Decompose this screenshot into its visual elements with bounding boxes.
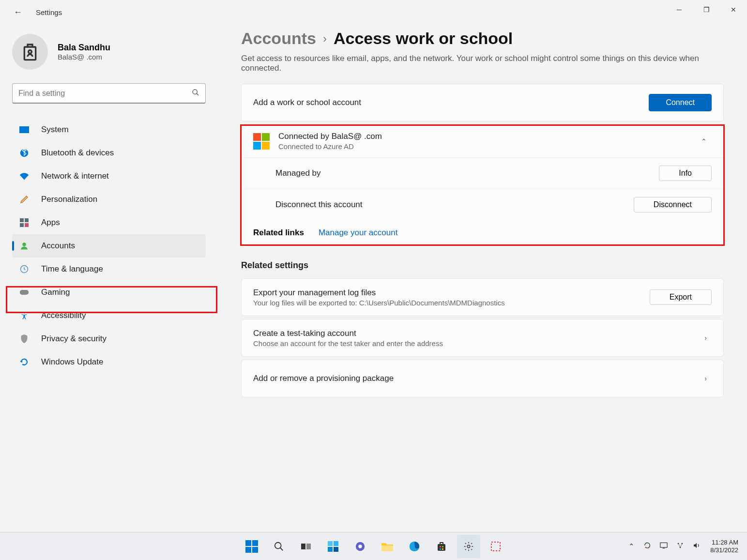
export-subtitle: Your log files will be exported to: C:\U…	[253, 299, 505, 307]
chevron-right-icon: ›	[700, 372, 712, 385]
provisioning-card[interactable]: Add or remove a provisioning package ›	[241, 360, 724, 397]
svg-rect-7	[25, 218, 29, 222]
sidebar-item-update[interactable]: Windows Update	[12, 350, 206, 374]
breadcrumb: Accounts › Access work or school	[241, 29, 724, 48]
apps-icon	[19, 217, 30, 228]
taskbar-search-icon[interactable]	[267, 535, 290, 558]
settings-icon[interactable]	[457, 535, 480, 558]
sidebar-item-system[interactable]: System	[12, 118, 206, 141]
minimize-button[interactable]: ─	[666, 0, 693, 19]
edge-icon[interactable]	[403, 535, 426, 558]
svg-rect-31	[442, 548, 443, 550]
svg-rect-30	[440, 548, 441, 550]
search-box[interactable]	[12, 83, 206, 104]
taskbar-clock[interactable]: 11:28 AM 8/31/2022	[706, 539, 742, 554]
export-title: Export your management log files	[253, 288, 505, 298]
svg-point-2	[193, 90, 197, 94]
tray-chevron-icon[interactable]: ⌃	[625, 540, 638, 553]
store-icon[interactable]	[430, 535, 453, 558]
svg-rect-35	[660, 543, 667, 547]
gamepad-icon	[19, 287, 30, 298]
person-icon	[19, 241, 30, 251]
svg-rect-12	[20, 290, 29, 295]
chevron-up-icon[interactable]: ⌃	[696, 135, 712, 148]
svg-point-1	[29, 50, 32, 54]
close-button[interactable]: ✕	[720, 0, 747, 19]
sidebar-item-accounts[interactable]: Accounts	[12, 234, 206, 257]
test-account-title: Create a test-taking account	[253, 329, 443, 338]
start-button[interactable]	[240, 535, 263, 558]
svg-point-14	[274, 542, 281, 548]
provisioning-title: Add or remove a provisioning package	[253, 374, 394, 383]
svg-point-32	[467, 545, 470, 548]
managed-by-label: Managed by	[275, 168, 321, 178]
nav-list: System Bluetooth & devices Network & int…	[12, 118, 206, 374]
sidebar-item-bluetooth[interactable]: Bluetooth & devices	[12, 141, 206, 165]
system-icon	[19, 124, 30, 135]
test-account-card[interactable]: Create a test-taking account Choose an a…	[241, 319, 724, 357]
breadcrumb-root[interactable]: Accounts	[241, 29, 316, 48]
accessibility-icon	[19, 310, 30, 321]
svg-rect-33	[491, 542, 500, 551]
export-button[interactable]: Export	[650, 289, 712, 305]
sidebar-item-personalization[interactable]: Personalization	[12, 188, 206, 211]
back-button[interactable]: ←	[10, 5, 26, 19]
main-content: Accounts › Access work or school Get acc…	[218, 24, 747, 522]
page-title: Access work or school	[334, 29, 513, 48]
profile-email: BalaS@ .com	[58, 53, 110, 61]
taskbar: ⌃ 11:28 AM 8/31/2022	[0, 532, 747, 560]
sidebar-item-privacy[interactable]: Privacy & security	[12, 327, 206, 350]
tray-sync-icon[interactable]	[640, 540, 654, 553]
svg-rect-16	[301, 544, 305, 549]
svg-point-23	[358, 545, 362, 548]
svg-line-3	[197, 93, 198, 95]
teams-icon[interactable]	[349, 535, 372, 558]
svg-point-10	[22, 242, 26, 246]
svg-rect-21	[334, 547, 338, 552]
tray-vm-icon[interactable]	[657, 540, 671, 552]
maximize-button[interactable]: ❐	[693, 0, 720, 19]
svg-point-34	[645, 547, 646, 548]
user-profile[interactable]: Bala Sandhu BalaS@ .com	[12, 34, 206, 70]
task-view-icon[interactable]	[294, 535, 318, 558]
snipping-tool-icon[interactable]	[484, 535, 507, 558]
profile-name: Bala Sandhu	[58, 43, 110, 53]
connected-title: Connected by BalaS@ .com	[278, 132, 687, 141]
svg-line-15	[280, 547, 283, 550]
disconnect-label: Disconnect this account	[275, 200, 363, 210]
svg-rect-17	[306, 544, 311, 549]
update-icon	[19, 357, 30, 367]
manage-account-link[interactable]: Manage your account	[319, 228, 398, 238]
svg-rect-8	[20, 223, 24, 227]
connect-button[interactable]: Connect	[649, 94, 712, 111]
chevron-right-icon: ›	[323, 32, 327, 45]
search-icon	[192, 89, 199, 98]
tray-volume-icon[interactable]	[690, 540, 703, 553]
chevron-right-icon: ›	[700, 331, 712, 345]
disconnect-button[interactable]: Disconnect	[634, 197, 712, 212]
info-button[interactable]: Info	[659, 166, 712, 181]
sidebar-item-network[interactable]: Network & internet	[12, 165, 206, 188]
app-title: Settings	[36, 8, 62, 16]
sidebar-item-time[interactable]: Time & language	[12, 257, 206, 281]
svg-rect-28	[440, 546, 441, 547]
widgets-icon[interactable]	[321, 535, 345, 558]
svg-rect-19	[334, 541, 338, 546]
clock-icon	[19, 264, 30, 274]
svg-rect-27	[438, 544, 445, 551]
sidebar-item-apps[interactable]: Apps	[12, 211, 206, 234]
svg-rect-29	[442, 546, 443, 547]
sidebar-item-accessibility[interactable]: Accessibility	[12, 304, 206, 327]
svg-rect-6	[20, 218, 24, 222]
svg-rect-18	[328, 541, 333, 546]
tray-network-icon[interactable]	[673, 540, 687, 553]
search-input[interactable]	[18, 89, 192, 98]
export-card: Export your management log files Your lo…	[241, 278, 724, 316]
sidebar: Bala Sandhu BalaS@ .com System Bluetooth…	[0, 24, 218, 522]
sidebar-item-gaming[interactable]: Gaming	[12, 281, 206, 304]
file-explorer-icon[interactable]	[376, 535, 399, 558]
test-account-subtitle: Choose an account for the test taker and…	[253, 339, 443, 348]
connected-account-card: Connected by BalaS@ .com Connected to Az…	[241, 124, 724, 246]
connected-account-header[interactable]: Connected by BalaS@ .com Connected to Az…	[242, 125, 723, 157]
brush-icon	[19, 194, 30, 205]
